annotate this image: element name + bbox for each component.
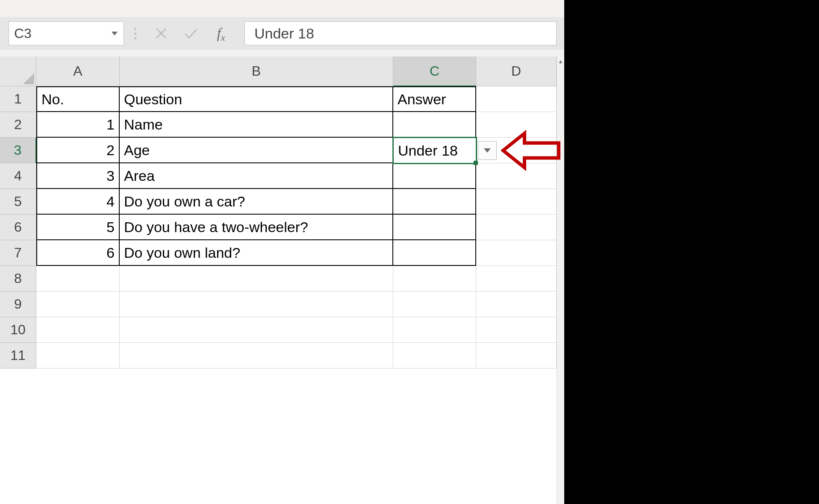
cell-C11[interactable] bbox=[393, 343, 476, 368]
cell-A10[interactable] bbox=[36, 317, 120, 343]
formula-input[interactable]: Under 18 bbox=[245, 21, 557, 45]
cell-D6[interactable] bbox=[476, 215, 557, 240]
row-header-8[interactable]: 8 bbox=[0, 266, 36, 292]
row-header-5[interactable]: 5 bbox=[0, 189, 36, 215]
column-header-D[interactable]: D bbox=[476, 56, 557, 86]
row-header-7[interactable]: 7 bbox=[0, 240, 36, 266]
cell-C7[interactable] bbox=[393, 240, 476, 266]
cell-A3[interactable]: 2 bbox=[36, 138, 120, 163]
name-box-value: C3 bbox=[14, 26, 32, 41]
cell-B4[interactable]: Area bbox=[120, 163, 393, 189]
row-header-3[interactable]: 3 bbox=[0, 138, 36, 163]
formula-bar-separator bbox=[128, 21, 142, 45]
svg-marker-2 bbox=[503, 133, 559, 168]
cell-A5[interactable]: 4 bbox=[36, 189, 120, 215]
cell-D9[interactable] bbox=[476, 292, 557, 317]
cell-A8[interactable] bbox=[36, 266, 120, 292]
cancel-button bbox=[146, 21, 176, 45]
select-all-corner[interactable] bbox=[0, 56, 36, 86]
column-header-B[interactable]: B bbox=[120, 56, 393, 86]
cell-A7[interactable]: 6 bbox=[36, 240, 120, 266]
cell-C6[interactable] bbox=[393, 215, 476, 240]
cell-A9[interactable] bbox=[36, 292, 120, 317]
enter-button bbox=[176, 21, 206, 45]
cell-C1[interactable]: Answer bbox=[393, 86, 476, 112]
row-header-11[interactable]: 11 bbox=[0, 343, 36, 368]
cell-D10[interactable] bbox=[476, 317, 557, 343]
cell-B3[interactable]: Age bbox=[120, 138, 393, 163]
row-header-6[interactable]: 6 bbox=[0, 215, 36, 240]
cell-C3-value: Under 18 bbox=[398, 142, 458, 159]
cell-B10[interactable] bbox=[120, 317, 393, 343]
cell-B5[interactable]: Do you own a car? bbox=[120, 189, 393, 215]
cell-A4[interactable]: 3 bbox=[36, 163, 120, 189]
cell-B1[interactable]: Question bbox=[120, 86, 393, 112]
cell-B8[interactable] bbox=[120, 266, 393, 292]
cell-D5[interactable] bbox=[476, 189, 557, 215]
scroll-up-icon[interactable]: ▲ bbox=[557, 56, 564, 66]
cell-C4[interactable] bbox=[393, 163, 476, 189]
name-box[interactable]: C3 bbox=[9, 21, 124, 45]
cell-B6[interactable]: Do you have a two-wheeler? bbox=[120, 215, 393, 240]
insert-function-button[interactable]: fx bbox=[206, 21, 236, 45]
chevron-down-icon bbox=[484, 148, 491, 153]
column-header-C[interactable]: C bbox=[393, 56, 476, 86]
cell-C8[interactable] bbox=[393, 266, 476, 292]
cell-C3[interactable]: Under 18 bbox=[392, 137, 477, 164]
formula-input-value: Under 18 bbox=[254, 25, 314, 42]
cell-D11[interactable] bbox=[476, 343, 557, 368]
row-header-4[interactable]: 4 bbox=[0, 163, 36, 189]
vertical-scrollbar[interactable]: ▲ bbox=[557, 56, 564, 504]
cell-A6[interactable]: 5 bbox=[36, 215, 120, 240]
cell-A1[interactable]: No. bbox=[36, 86, 120, 112]
cell-C2[interactable] bbox=[393, 112, 476, 138]
cell-D7[interactable] bbox=[476, 240, 557, 266]
fx-icon: fx bbox=[217, 25, 225, 41]
cell-A2[interactable]: 1 bbox=[36, 112, 120, 138]
cell-D8[interactable] bbox=[476, 266, 557, 292]
cell-B7[interactable]: Do you own land? bbox=[120, 240, 393, 266]
cell-B9[interactable] bbox=[120, 292, 393, 317]
cell-B2[interactable]: Name bbox=[120, 112, 393, 138]
cell-C5[interactable] bbox=[393, 189, 476, 215]
spreadsheet-grid[interactable]: A B C D 1 No. Question Answer 2 1 Name bbox=[0, 56, 557, 504]
cell-B11[interactable] bbox=[120, 343, 393, 368]
annotation-arrow-icon bbox=[501, 129, 561, 172]
row-header-2[interactable]: 2 bbox=[0, 112, 36, 138]
name-box-dropdown-icon[interactable] bbox=[112, 32, 118, 35]
row-header-9[interactable]: 9 bbox=[0, 292, 36, 317]
cell-D1[interactable] bbox=[476, 86, 557, 112]
formula-bar: C3 fx Under 18 bbox=[0, 17, 564, 50]
cell-C9[interactable] bbox=[393, 292, 476, 317]
fill-handle[interactable] bbox=[474, 161, 478, 165]
row-header-10[interactable]: 10 bbox=[0, 317, 36, 343]
cell-A11[interactable] bbox=[36, 343, 120, 368]
data-validation-dropdown-button[interactable] bbox=[478, 141, 497, 160]
cell-C10[interactable] bbox=[393, 317, 476, 343]
row-header-1[interactable]: 1 bbox=[0, 86, 36, 112]
column-header-A[interactable]: A bbox=[36, 56, 120, 86]
